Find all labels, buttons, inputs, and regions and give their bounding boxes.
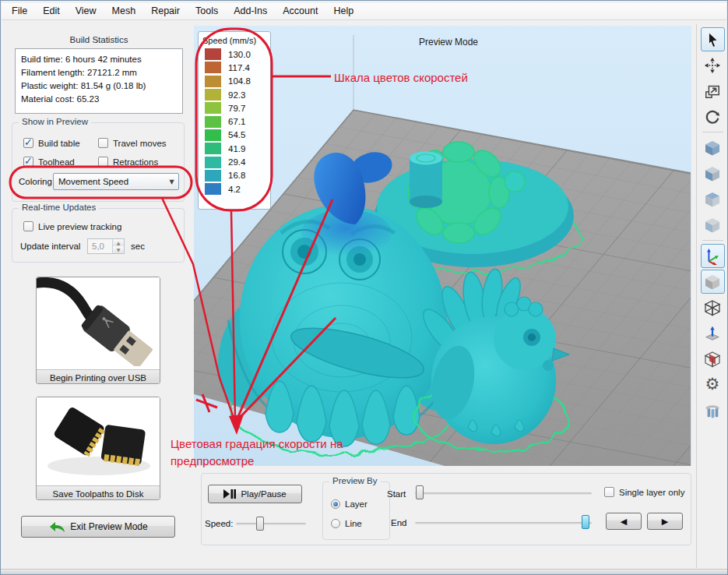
gradient-annotation-text: Цветовая градация скорости на предпросмо… <box>171 436 389 470</box>
scale-icon <box>704 83 721 100</box>
select-tool-button[interactable] <box>701 27 725 51</box>
single-layer-only-checkbox[interactable]: Single layer only <box>604 487 684 497</box>
move-tool-button[interactable] <box>701 53 725 77</box>
speed-slider-track[interactable] <box>236 523 306 525</box>
retractions-checkbox[interactable]: Retractions <box>98 157 158 167</box>
menu-item[interactable]: Help <box>325 3 361 19</box>
exit-preview-mode-button[interactable]: Exit Preview Mode <box>21 516 175 538</box>
legend-color-swatch <box>205 157 221 168</box>
toolhead-checkbox[interactable]: Toolhead <box>23 157 75 167</box>
cursor-icon <box>704 31 721 48</box>
checkbox-icon[interactable] <box>23 138 33 148</box>
rotate-tool-button[interactable] <box>701 104 725 129</box>
legend-value: 117.4 <box>228 63 250 72</box>
cross-section-button[interactable] <box>701 347 725 371</box>
menu-item[interactable]: Edit <box>35 3 68 19</box>
solid-render-button[interactable] <box>701 270 725 294</box>
play-pause-button[interactable]: Play/Pause <box>208 485 302 503</box>
live-preview-tracking-checkbox[interactable]: Live preview tracking <box>23 221 121 231</box>
rotate-icon <box>704 108 721 125</box>
spinner-down-icon[interactable]: ▼ <box>113 246 124 253</box>
wireframe-render-button[interactable] <box>701 295 725 319</box>
checkbox-icon[interactable] <box>23 157 33 167</box>
legend-value: 29.4 <box>228 157 245 167</box>
checkbox-icon[interactable] <box>98 138 108 148</box>
sd-cards-image <box>37 397 160 482</box>
checkbox-icon[interactable] <box>604 487 614 497</box>
start-slider-thumb[interactable] <box>416 485 424 499</box>
speed-slider-thumb[interactable] <box>256 517 264 531</box>
realtime-updates-group: Real-time Updates Live preview tracking … <box>12 208 185 263</box>
build-statistics-box: Build time: 6 hours 42 minutesFilament l… <box>15 48 183 114</box>
preview-by-line-radio[interactable]: Line <box>331 519 362 528</box>
begin-printing-usb-button[interactable]: Begin Printing over USB <box>36 277 160 384</box>
support-structures-button[interactable] <box>701 398 725 422</box>
travel-moves-checkbox[interactable]: Travel moves <box>98 138 167 148</box>
build-statistics-line: Plastic weight: 81.54 g (0.18 lb) <box>21 79 177 93</box>
build-table-checkbox[interactable]: Build table <box>23 138 80 148</box>
legend-row: 29.4 <box>199 155 270 168</box>
coordinate-axes-button[interactable] <box>701 244 725 268</box>
legend-value: 41.9 <box>228 144 245 153</box>
scale-tool-button[interactable] <box>701 79 725 103</box>
toolbar-separator <box>702 132 723 132</box>
menu-item[interactable]: Account <box>275 3 325 19</box>
legend-color-swatch <box>205 129 221 141</box>
radio-icon[interactable] <box>331 499 340 509</box>
checkbox-label: Build table <box>38 139 80 148</box>
surface-normal-button[interactable] <box>701 321 725 345</box>
build-statistics-line: Filament length: 27121.2 mm <box>21 66 177 79</box>
legend-color-swatch <box>205 48 221 60</box>
end-slider-label: End <box>391 518 406 527</box>
next-layer-button[interactable]: ▶ <box>647 513 683 530</box>
menu-item[interactable]: Add-Ins <box>226 3 275 19</box>
menu-item[interactable]: File <box>4 3 35 19</box>
radio-icon[interactable] <box>331 519 340 528</box>
view-cube-icon <box>703 190 722 209</box>
preview-mode-label: Preview Mode <box>419 37 478 48</box>
build-statistics-title: Build Statistics <box>15 35 183 44</box>
save-toolpaths-button[interactable]: Save Toolpaths to Disk <box>36 397 160 500</box>
legend-row: 92.3 <box>199 88 270 101</box>
playback-controls-group <box>201 473 691 545</box>
legend-row: 130.0 <box>199 48 270 61</box>
update-interval-spinner[interactable]: 5,0 ▲▼ <box>87 238 125 254</box>
speed-legend-title: Speed (mm/s) <box>202 36 270 45</box>
legend-annotation-text: Шкала цветов скоростей <box>334 69 468 86</box>
end-slider-thumb[interactable] <box>582 515 589 529</box>
menu-item[interactable]: Tools <box>188 3 226 19</box>
machine-settings-button[interactable]: ⚙ <box>701 372 725 397</box>
spinner-arrows[interactable]: ▲▼ <box>112 239 124 253</box>
build-statistics-line: Material cost: 65.23 <box>21 93 177 106</box>
exit-button-label: Exit Preview Mode <box>70 521 147 532</box>
legend-color-swatch <box>205 170 221 182</box>
menu-item[interactable]: Repair <box>143 3 188 19</box>
legend-color-swatch <box>205 62 221 73</box>
view-cube-1-button[interactable] <box>701 136 725 160</box>
preview-by-layer-radio[interactable]: Layer <box>331 499 368 509</box>
previous-layer-button[interactable]: ◀ <box>606 513 642 530</box>
checkbox-icon[interactable] <box>23 221 33 231</box>
view-cube-icon <box>703 164 722 183</box>
spinner-up-icon[interactable]: ▲ <box>113 239 124 246</box>
view-cube-icon <box>703 216 722 235</box>
view-toolbar: ⚙ <box>696 24 728 568</box>
checkbox-icon[interactable] <box>98 157 108 167</box>
checkbox-label: Single layer only <box>619 488 684 497</box>
checkbox-label: Live preview tracking <box>38 222 121 231</box>
speed-legend-rows: 130.0 117.4 104.8 92.3 <box>199 48 270 196</box>
view-cube-4-button[interactable] <box>701 213 725 237</box>
menu-item[interactable]: Mesh <box>104 3 144 19</box>
view-cube-2-button[interactable] <box>701 161 725 185</box>
coloring-dropdown[interactable]: Movement Speed ▼ <box>53 173 179 190</box>
preview-3d-viewport[interactable]: Preview Mode Speed (mm/s) 130.0 117.4 <box>194 26 691 466</box>
legend-value: 104.8 <box>228 76 251 86</box>
view-cube-3-button[interactable] <box>701 187 725 211</box>
wireframe-cube-icon <box>703 298 722 317</box>
back-arrow-icon <box>48 521 65 532</box>
show-in-preview-caption: Show in Preview <box>19 117 91 126</box>
menu-item[interactable]: View <box>68 3 104 19</box>
build-statistics-line: Build time: 6 hours 42 minutes <box>21 53 177 66</box>
end-slider-track[interactable] <box>415 522 592 524</box>
start-slider-track[interactable] <box>415 492 592 495</box>
